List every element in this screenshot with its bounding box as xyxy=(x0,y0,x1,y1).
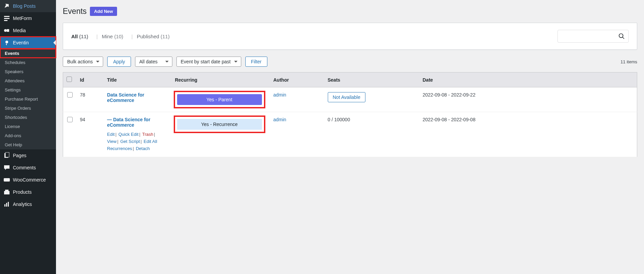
action-quick-edit[interactable]: Quick Edit xyxy=(118,132,138,137)
sidebar-item-metform[interactable]: MetForm xyxy=(0,12,56,24)
filters-row: Bulk actions Apply All dates Event by st… xyxy=(63,57,637,67)
page-title: Events xyxy=(63,7,87,16)
svg-rect-1 xyxy=(4,18,10,19)
svg-rect-10 xyxy=(4,204,5,207)
sidebar-item-comments[interactable]: Comments xyxy=(0,162,56,174)
col-id[interactable]: Id xyxy=(77,72,104,87)
sidebar-item-woocommerce[interactable]: WooCommerce xyxy=(0,174,56,186)
svg-rect-0 xyxy=(4,16,10,17)
main-content: Events Add New All (11) | Mine (10) | Pu… xyxy=(56,0,644,274)
svg-rect-6 xyxy=(5,152,9,157)
action-get-script[interactable]: Get Script xyxy=(120,139,140,144)
sidebar-item-media[interactable]: Media xyxy=(0,24,56,37)
recurring-highlight: Yes - Recurrence xyxy=(175,117,264,132)
submenu-addons[interactable]: Add-ons xyxy=(0,131,56,140)
author-link[interactable]: admin xyxy=(273,117,286,122)
tab-pub-count: (11) xyxy=(160,34,170,39)
search-input[interactable] xyxy=(557,30,629,43)
tab-pub-label: Published xyxy=(137,34,160,39)
sidebar-label: Comments xyxy=(13,165,36,170)
event-start-select[interactable]: Event by start date past xyxy=(176,57,241,67)
submenu-attendees[interactable]: Attendees xyxy=(0,76,56,85)
col-author[interactable]: Author xyxy=(270,72,324,87)
apply-button[interactable]: Apply xyxy=(107,57,131,67)
sidebar-label: WooCommerce xyxy=(13,177,46,183)
sidebar-item-analytics[interactable]: Analytics xyxy=(0,198,56,210)
tab-all-count: (11) xyxy=(79,34,88,39)
table-row: 94 — Data Science for eCommerce Edit| Qu… xyxy=(63,112,637,157)
tab-all[interactable]: All (11) xyxy=(71,34,88,39)
recurring-parent-badge: Yes - Parent xyxy=(177,94,262,105)
pin-icon xyxy=(3,3,10,9)
cell-seats: 0 / 100000 xyxy=(324,112,419,157)
sidebar-item-products[interactable]: Products xyxy=(0,186,56,198)
page-header: Events Add New xyxy=(63,7,637,16)
event-title-link[interactable]: Data Science for eCommerce xyxy=(107,92,145,103)
action-trash[interactable]: Trash xyxy=(142,132,153,137)
tab-mine[interactable]: Mine (10) xyxy=(102,34,123,39)
tab-all-label: All xyxy=(71,34,79,39)
svg-rect-2 xyxy=(4,20,7,21)
action-view[interactable]: View xyxy=(107,139,117,144)
items-count: 11 items xyxy=(621,59,637,64)
sidebar-item-pages[interactable]: Pages xyxy=(0,149,56,162)
sidebar-label: Analytics xyxy=(13,202,32,207)
row-checkbox[interactable] xyxy=(67,92,73,98)
sidebar-label: MetForm xyxy=(13,16,32,21)
submenu-events[interactable]: Events xyxy=(0,49,56,58)
svg-line-14 xyxy=(623,37,624,39)
col-date[interactable]: Date xyxy=(419,72,637,87)
cell-id: 94 xyxy=(77,112,104,157)
event-title-link[interactable]: — Data Science for eCommerce xyxy=(107,117,151,128)
filter-button[interactable]: Filter xyxy=(245,57,267,67)
table-header-row: Id Title Recurring Author Seats Date xyxy=(63,72,637,87)
sidebar-item-eventin[interactable]: Eventin xyxy=(0,37,56,49)
submenu-purchase-report[interactable]: Purchase Report xyxy=(0,94,56,104)
seats-not-available[interactable]: Not Available xyxy=(328,92,365,102)
status-tabs: All (11) | Mine (10) | Published (11) xyxy=(71,34,174,39)
product-icon xyxy=(3,189,10,195)
submenu-schedules[interactable]: Schedules xyxy=(0,58,56,67)
sidebar-label: Blog Posts xyxy=(13,3,36,9)
sidebar-label: Pages xyxy=(13,153,26,158)
action-detach[interactable]: Detach xyxy=(136,146,150,151)
row-checkbox[interactable] xyxy=(67,117,73,122)
media-icon xyxy=(3,27,10,34)
submenu-settings[interactable]: Settings xyxy=(0,85,56,94)
analytics-icon xyxy=(3,201,10,208)
svg-rect-9 xyxy=(5,190,8,191)
sidebar-label: Products xyxy=(13,189,32,195)
col-seats[interactable]: Seats xyxy=(324,72,419,87)
admin-sidebar: Blog Posts MetForm Media Eventin Events … xyxy=(0,0,56,274)
bulk-actions-select[interactable]: Bulk actions xyxy=(63,57,103,67)
svg-rect-11 xyxy=(6,203,7,207)
tab-published[interactable]: Published (11) xyxy=(137,34,170,39)
submenu-get-help[interactable]: Get Help xyxy=(0,140,56,149)
action-edit[interactable]: Edit xyxy=(107,132,115,137)
select-all-checkbox[interactable] xyxy=(67,77,72,82)
cell-id: 78 xyxy=(77,87,104,112)
search-icon xyxy=(618,33,625,40)
sidebar-item-blog-posts[interactable]: Blog Posts xyxy=(0,0,56,12)
submenu-stripe-orders[interactable]: Stripe Orders xyxy=(0,104,56,113)
status-panel: All (11) | Mine (10) | Published (11) xyxy=(63,23,637,50)
events-table: Id Title Recurring Author Seats Date 78 … xyxy=(63,72,637,157)
submenu-speakers[interactable]: Speakers xyxy=(0,67,56,76)
eventin-icon xyxy=(3,39,10,46)
recurring-highlight: Yes - Parent xyxy=(175,92,264,107)
dates-select[interactable]: All dates xyxy=(135,57,172,67)
sidebar-label: Media xyxy=(13,28,26,33)
page-icon xyxy=(3,152,10,159)
add-new-button[interactable]: Add New xyxy=(90,7,117,16)
cell-date: 2022-09-08 - 2022-09-08 xyxy=(419,112,637,157)
col-recurring[interactable]: Recurring xyxy=(172,72,270,87)
tab-mine-count: (10) xyxy=(114,34,124,39)
col-title[interactable]: Title xyxy=(104,72,172,87)
submenu-license[interactable]: License xyxy=(0,122,56,131)
comment-icon xyxy=(3,164,10,171)
svg-point-3 xyxy=(4,29,7,32)
recurring-recurrence-badge: Yes - Recurrence xyxy=(177,119,262,130)
svg-point-4 xyxy=(5,41,8,43)
submenu-shortcodes[interactable]: Shortcodes xyxy=(0,113,56,122)
author-link[interactable]: admin xyxy=(273,92,286,98)
